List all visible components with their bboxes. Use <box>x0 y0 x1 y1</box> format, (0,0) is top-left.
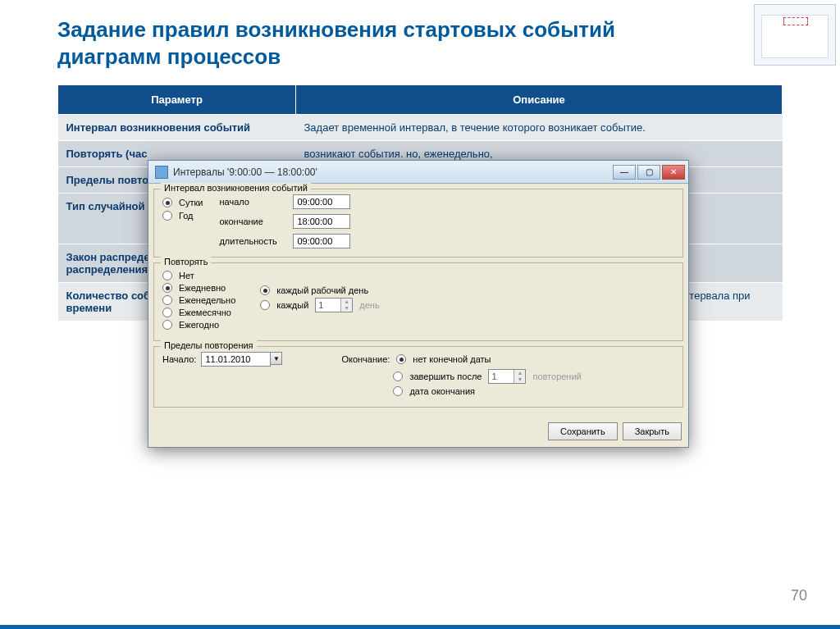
radio-weekly[interactable] <box>162 295 172 305</box>
label-limit-start: Начало: <box>162 354 196 364</box>
radio-enddate[interactable] <box>393 386 403 396</box>
label-day: Сутки <box>179 198 203 207</box>
radio-daily[interactable] <box>162 283 172 293</box>
radio-none[interactable] <box>162 271 172 280</box>
limits-group: Пределы повторения Начало: ▼ Окончание: … <box>153 346 683 408</box>
label-every: каждый <box>276 300 308 310</box>
label-limit-end: Окончание: <box>341 354 390 364</box>
input-end[interactable] <box>293 214 350 229</box>
app-icon <box>155 166 168 179</box>
dialog-title: Интервалы '9:00:00 — 18:00:00' <box>173 166 613 178</box>
slide-title: Задание правил возникновения стартовых с… <box>57 16 648 70</box>
maximize-button[interactable]: ▢ <box>637 165 660 180</box>
footer-bar <box>0 625 840 629</box>
input-duration[interactable] <box>293 234 350 248</box>
limits-legend: Пределы повторения <box>161 340 257 350</box>
dialog-titlebar[interactable]: Интервалы '9:00:00 — 18:00:00' — ▢ ✕ <box>148 161 688 184</box>
radio-workday[interactable] <box>260 285 270 295</box>
repeat-legend: Повторять <box>161 257 211 267</box>
label-none: Нет <box>179 271 194 280</box>
label-weekly: Еженедельно <box>179 295 235 305</box>
label-every-unit: день <box>359 300 379 310</box>
label-duration: длительность <box>219 236 293 246</box>
close-button[interactable]: ✕ <box>662 165 685 180</box>
label-enddate: дата окончания <box>409 386 475 396</box>
label-year: Год <box>179 211 194 221</box>
table-row: Интервал возникновения событий Задает вр… <box>58 115 783 141</box>
minimize-button[interactable]: — <box>613 165 636 180</box>
dialog-close-button[interactable]: Закрыть <box>623 422 682 440</box>
th-param: Параметр <box>58 85 296 115</box>
interval-group: Интервал возникновения событий Сутки Год… <box>153 189 683 258</box>
every-spinner[interactable]: ▲▼ <box>315 298 353 312</box>
label-after: завершить после <box>409 371 482 381</box>
label-daily: Ежедневно <box>179 283 226 293</box>
after-spinner[interactable]: ▲▼ <box>488 369 526 384</box>
date-dropdown-icon[interactable]: ▼ <box>271 352 282 365</box>
radio-yearly[interactable] <box>162 320 172 330</box>
save-button[interactable]: Сохранить <box>548 422 618 440</box>
radio-after[interactable] <box>393 371 403 381</box>
label-noend: нет конечной даты <box>413 354 491 364</box>
label-after-unit: повторений <box>532 371 581 381</box>
th-desc: Описание <box>296 85 783 115</box>
input-start[interactable] <box>293 194 350 209</box>
thumbnail <box>754 4 836 66</box>
label-yearly: Ежегодно <box>179 320 219 330</box>
radio-monthly[interactable] <box>162 308 172 317</box>
radio-every[interactable] <box>260 300 270 310</box>
repeat-group: Повторять Нет Ежедневно Еженедельно Ежем… <box>153 262 683 341</box>
label-workday: каждый рабочий день <box>276 285 368 295</box>
input-limit-start[interactable] <box>201 352 271 367</box>
radio-noend[interactable] <box>396 354 406 364</box>
label-start: начало <box>219 197 293 207</box>
label-monthly: Ежемесячно <box>179 308 231 317</box>
label-end: окончание <box>219 217 293 226</box>
intervals-dialog: Интервалы '9:00:00 — 18:00:00' — ▢ ✕ Инт… <box>148 160 689 448</box>
page-number: 70 <box>791 587 807 604</box>
radio-day[interactable] <box>162 198 172 207</box>
radio-year[interactable] <box>162 211 172 221</box>
interval-legend: Интервал возникновения событий <box>161 183 311 193</box>
